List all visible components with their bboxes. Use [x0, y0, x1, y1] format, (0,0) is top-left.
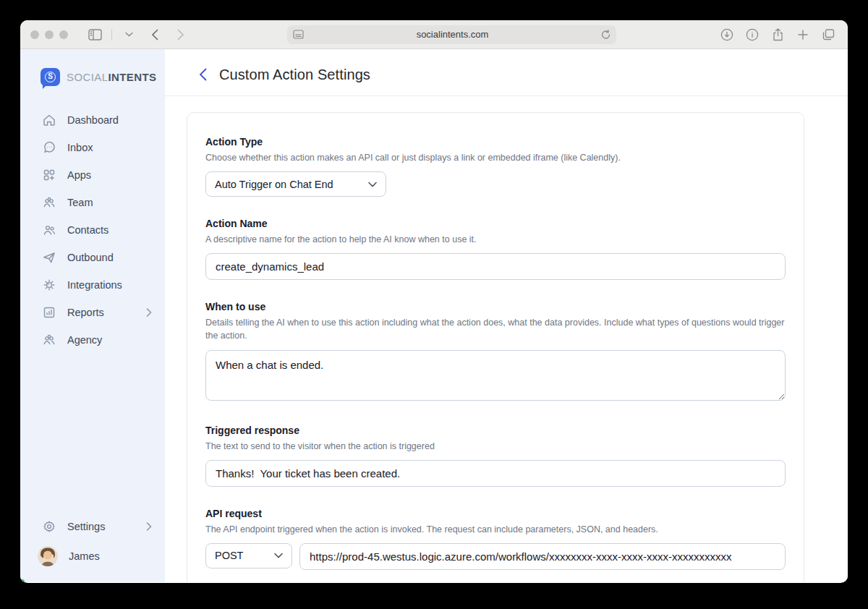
chevron-down-icon: [368, 182, 377, 187]
url-text[interactable]: socialintents.com: [304, 29, 601, 40]
brand-logo-text: SOCIALINTENTS: [67, 71, 156, 83]
downloads-icon[interactable]: [718, 26, 736, 43]
http-method-value: POST: [215, 550, 243, 561]
close-window-button[interactable]: [30, 30, 39, 39]
back-button-icon[interactable]: [145, 26, 164, 43]
share-icon[interactable]: [768, 26, 787, 43]
sidebar-item-contacts[interactable]: Contacts: [20, 216, 165, 244]
sidebar-bottom: Settings James: [20, 513, 165, 572]
sidebar-item-label: Integrations: [67, 279, 122, 291]
api-url-input[interactable]: [299, 543, 786, 570]
toolbar-divider: [111, 29, 112, 41]
sidebar-item-team[interactable]: Team: [20, 189, 165, 216]
sidebar-item-outbound[interactable]: Outbound: [20, 244, 165, 271]
zoom-window-button[interactable]: [59, 30, 68, 39]
gear-icon: [42, 519, 56, 534]
field-label: Triggered response: [205, 425, 786, 436]
sidebar-item-label: Outbound: [67, 252, 114, 263]
chevron-right-icon: [146, 308, 152, 317]
sidebar-item-reports[interactable]: Reports: [20, 299, 165, 326]
triggered-response-input[interactable]: [205, 460, 786, 487]
toolbar-right-icons: [718, 26, 838, 43]
traffic-lights[interactable]: [30, 30, 68, 39]
sidebar-nav: Dashboard Inbox Apps: [20, 106, 165, 354]
chevron-right-icon: [146, 522, 152, 531]
main-content: Custom Action Settings Action Type Choos…: [165, 49, 848, 582]
sidebar-item-integrations[interactable]: Integrations: [20, 271, 165, 299]
browser-toolbar: socialintents.com: [20, 20, 848, 49]
sidebar-item-settings[interactable]: Settings: [20, 513, 165, 540]
field-label: Action Name: [205, 218, 786, 229]
user-profile[interactable]: James: [20, 540, 165, 572]
sidebar-item-label: Reports: [67, 307, 104, 318]
sidebar-item-dashboard[interactable]: Dashboard: [20, 106, 165, 134]
brand-logo[interactable]: S SOCIALINTENTS: [20, 68, 165, 86]
reader-info-icon[interactable]: [743, 26, 762, 43]
apps-grid-icon: [42, 168, 56, 182]
field-when-to-use: When to use Details telling the AI when …: [205, 301, 786, 403]
sidebar-item-label: Apps: [67, 169, 91, 181]
paper-plane-icon: [42, 250, 56, 265]
field-description: Choose whether this action makes an API …: [205, 151, 786, 164]
http-method-select[interactable]: POST: [205, 543, 292, 568]
when-to-use-textarea[interactable]: When a chat is ended.: [205, 350, 786, 401]
sidebar-item-label: Contacts: [67, 224, 109, 236]
chat-bubble-icon: [42, 140, 56, 155]
field-description: Details telling the AI when to use this …: [205, 316, 786, 342]
field-label: API request: [205, 508, 786, 519]
page-header: Custom Action Settings: [165, 49, 848, 96]
sidebar-item-inbox[interactable]: Inbox: [20, 134, 165, 161]
sidebar-toggle-icon[interactable]: [85, 26, 104, 43]
chevron-down-icon: [274, 553, 283, 558]
sidebar-item-label: Dashboard: [67, 114, 119, 126]
page-title: Custom Action Settings: [219, 67, 370, 83]
field-action-type: Action Type Choose whether this action m…: [205, 136, 786, 197]
sidebar-item-label: Team: [67, 197, 93, 208]
settings-card: Action Type Choose whether this action m…: [187, 112, 804, 582]
user-name: James: [69, 550, 100, 562]
avatar: [38, 546, 58, 566]
field-triggered-response: Triggered response The text to send to t…: [205, 425, 786, 487]
action-type-select[interactable]: Auto Trigger on Chat End: [205, 171, 386, 197]
action-type-value: Auto Trigger on Chat End: [215, 179, 333, 190]
sidebar-item-label: Agency: [67, 334, 102, 346]
field-description: The API endpoint triggered when the acti…: [205, 523, 786, 536]
field-api-request: API request The API endpoint triggered w…: [205, 508, 786, 570]
address-bar[interactable]: socialintents.com: [287, 25, 616, 44]
integrations-cog-icon: [42, 278, 56, 292]
back-chevron-icon[interactable]: [199, 68, 207, 81]
brand-logo-icon: S: [41, 68, 60, 86]
field-description: A descriptive name for the action to hel…: [205, 233, 786, 246]
team-users-icon: [42, 195, 56, 210]
tab-overview-icon[interactable]: [819, 26, 838, 43]
sidebar-item-apps[interactable]: Apps: [20, 161, 165, 189]
browser-window: socialintents.com: [20, 20, 848, 583]
sidebar-item-label: Settings: [67, 521, 105, 532]
sidebar-item-agency[interactable]: Agency: [20, 326, 165, 354]
agency-users-icon: [42, 333, 56, 347]
home-icon: [42, 113, 56, 127]
minimize-window-button[interactable]: [45, 30, 54, 39]
field-description: The text to send to the visitor when the…: [205, 440, 786, 453]
contacts-users-icon: [42, 223, 56, 237]
page-format-icon[interactable]: [293, 30, 304, 39]
field-label: Action Type: [205, 136, 786, 148]
reload-icon[interactable]: [601, 30, 610, 40]
forward-button-icon[interactable]: [171, 26, 190, 43]
reports-chart-icon: [42, 305, 56, 320]
new-tab-icon[interactable]: [793, 26, 812, 43]
field-action-name: Action Name A descriptive name for the a…: [205, 218, 786, 280]
field-label: When to use: [205, 301, 786, 312]
chevron-down-icon[interactable]: [119, 26, 138, 43]
action-name-input[interactable]: [205, 253, 786, 280]
online-status-dot: [20, 579, 25, 583]
app-sidebar: S SOCIALINTENTS Dashboard Inbox: [20, 49, 165, 582]
sidebar-item-label: Inbox: [67, 142, 93, 153]
